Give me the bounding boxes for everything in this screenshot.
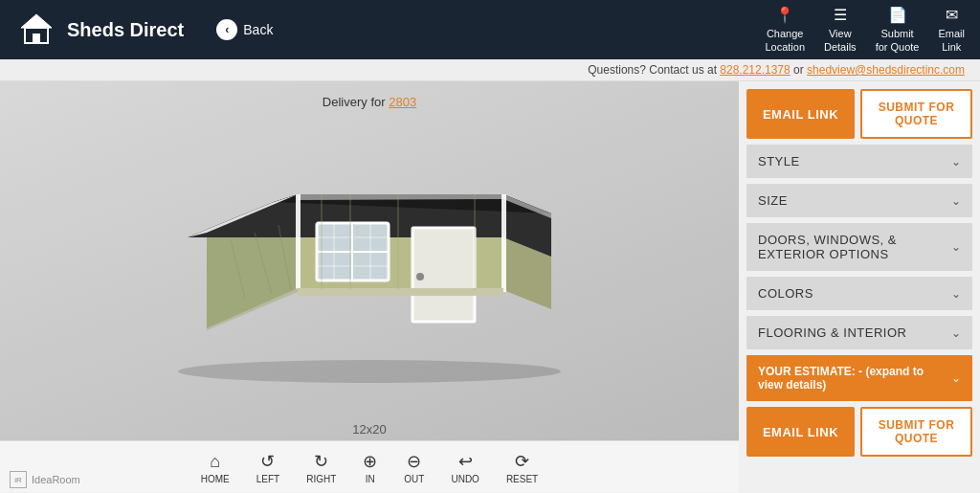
nav-submit-quote[interactable]: 📄 Submitfor Quote (876, 6, 920, 54)
toolbar-reset[interactable]: ⟳ RESET (506, 451, 538, 484)
accordion-doors-label: DOORS, WINDOWS, & EXTERIOR OPTIONS (758, 233, 951, 261)
brand-name: Sheds Direct (67, 19, 184, 41)
accordion-size-label: SIZE (758, 193, 788, 208)
accordion-colors[interactable]: COLORS ⌄ (746, 277, 972, 310)
right-panel: EMAIL LINK SUBMIT FOR QUOTE STYLE ⌄ SIZE… (739, 81, 980, 492)
back-button[interactable]: ‹ Back (216, 19, 273, 40)
top-btn-row: EMAIL LINK SUBMIT FOR QUOTE (746, 89, 972, 139)
svg-point-4 (178, 360, 561, 383)
document-icon: 📄 (888, 6, 907, 24)
zoom-in-icon: ⊕ (363, 451, 377, 472)
toolbar-left[interactable]: ↺ LEFT (256, 451, 279, 484)
nav-change-location[interactable]: 📍 ChangeLocation (765, 6, 805, 54)
chevron-down-icon-estimate: ⌄ (951, 371, 961, 385)
estimate-label: YOUR ESTIMATE: - (expand to view details… (758, 365, 951, 392)
viewer-area: Delivery for 2803 (0, 81, 739, 492)
svg-point-21 (416, 273, 424, 280)
logo-icon (15, 9, 57, 51)
location-icon: 📍 (775, 6, 794, 24)
home-icon: ⌂ (210, 452, 220, 472)
chevron-down-icon-flooring: ⌄ (951, 326, 961, 340)
rotate-right-icon: ↻ (314, 451, 328, 472)
header-nav: 📍 ChangeLocation ☰ ViewDetails 📄 Submitf… (765, 6, 965, 54)
nav-view-details[interactable]: ☰ ViewDetails (824, 6, 857, 54)
nav-submit-quote-label: Submitfor Quote (876, 28, 920, 53)
idearoom-box-icon: iR (10, 471, 27, 488)
email-link-button-top[interactable]: EMAIL LINK (746, 89, 855, 139)
svg-rect-3 (33, 34, 40, 43)
rotate-left-icon: ↺ (260, 451, 275, 472)
nav-change-location-label: ChangeLocation (765, 28, 805, 53)
main-layout: Delivery for 2803 (0, 81, 980, 492)
accordion-style-label: STYLE (758, 154, 800, 168)
accordion-flooring[interactable]: FLOORING & INTERIOR ⌄ (746, 316, 972, 349)
toolbar-reset-label: RESET (506, 474, 538, 484)
chevron-down-icon-style: ⌄ (951, 155, 961, 168)
sub-header: Questions? Contact us at 828.212.1378 or… (0, 59, 980, 81)
toolbar-zoom-in[interactable]: ⊕ IN (363, 451, 377, 484)
toolbar-zoom-in-label: IN (366, 474, 375, 484)
toolbar-home-label: HOME (201, 474, 230, 484)
accordion-colors-label: COLORS (758, 286, 813, 301)
accordion-doors-windows[interactable]: DOORS, WINDOWS, & EXTERIOR OPTIONS ⌄ (746, 223, 972, 271)
estimate-row[interactable]: YOUR ESTIMATE: - (expand to view details… (746, 355, 972, 401)
accordion-flooring-label: FLOORING & INTERIOR (758, 325, 906, 340)
chevron-down-icon-doors: ⌄ (951, 240, 961, 254)
toolbar-zoom-out-label: OUT (404, 474, 424, 484)
logo-area: Sheds Direct ‹ Back (15, 9, 273, 51)
delivery-label: Delivery for 2803 (323, 95, 416, 109)
toolbar-right[interactable]: ↻ RIGHT (306, 451, 336, 484)
undo-icon: ↩ (458, 451, 473, 472)
questions-text: Questions? Contact us at (588, 63, 720, 77)
or-text: or (793, 63, 807, 77)
reset-icon: ⟳ (515, 451, 529, 472)
email-icon: ✉ (946, 6, 958, 24)
nav-email-link-label: EmailLink (938, 28, 965, 53)
nav-view-details-label: ViewDetails (824, 28, 857, 53)
nav-email-link[interactable]: ✉ EmailLink (938, 6, 965, 54)
email-link-contact[interactable]: shedview@shedsdirectinc.com (807, 63, 965, 77)
accordion-style[interactable]: STYLE ⌄ (746, 145, 972, 178)
back-label: Back (243, 22, 273, 37)
email-link-button-bottom[interactable]: EMAIL LINK (746, 407, 855, 457)
idearoom-label: IdeaRoom (32, 474, 80, 485)
bottom-toolbar: iR IdeaRoom ⌂ HOME ↺ LEFT ↻ RIGHT ⊕ IN ⊖… (0, 440, 739, 492)
delivery-zip-link[interactable]: 2803 (389, 95, 416, 109)
submit-quote-button-bottom[interactable]: SUBMIT FOR QUOTE (860, 407, 972, 457)
svg-rect-22 (296, 194, 301, 292)
dimensions-label: 12x20 (0, 422, 739, 440)
shed-container (0, 81, 739, 422)
toolbar-right-label: RIGHT (306, 474, 336, 484)
toolbar-zoom-out[interactable]: ⊖ OUT (404, 451, 424, 484)
bottom-btn-row: EMAIL LINK SUBMIT FOR QUOTE (746, 407, 972, 457)
toolbar-left-label: LEFT (256, 474, 279, 484)
header: Sheds Direct ‹ Back 📍 ChangeLocation ☰ V… (0, 0, 980, 59)
shed-illustration (149, 99, 590, 386)
toolbar-undo-label: UNDO (451, 474, 479, 484)
svg-rect-24 (298, 288, 503, 296)
zoom-out-icon: ⊖ (407, 451, 421, 472)
list-icon: ☰ (834, 6, 847, 24)
toolbar-undo[interactable]: ↩ UNDO (451, 451, 479, 484)
toolbar-home[interactable]: ⌂ HOME (201, 452, 230, 484)
submit-quote-button-top[interactable]: SUBMIT FOR QUOTE (860, 89, 972, 139)
idearoom-logo: iR IdeaRoom (10, 471, 80, 488)
accordion-size[interactable]: SIZE ⌄ (746, 184, 972, 217)
svg-rect-23 (501, 194, 506, 292)
chevron-down-icon-size: ⌄ (951, 194, 961, 208)
chevron-down-icon-colors: ⌄ (951, 287, 961, 301)
phone-link[interactable]: 828.212.1378 (720, 63, 790, 77)
back-circle-icon: ‹ (216, 19, 237, 40)
